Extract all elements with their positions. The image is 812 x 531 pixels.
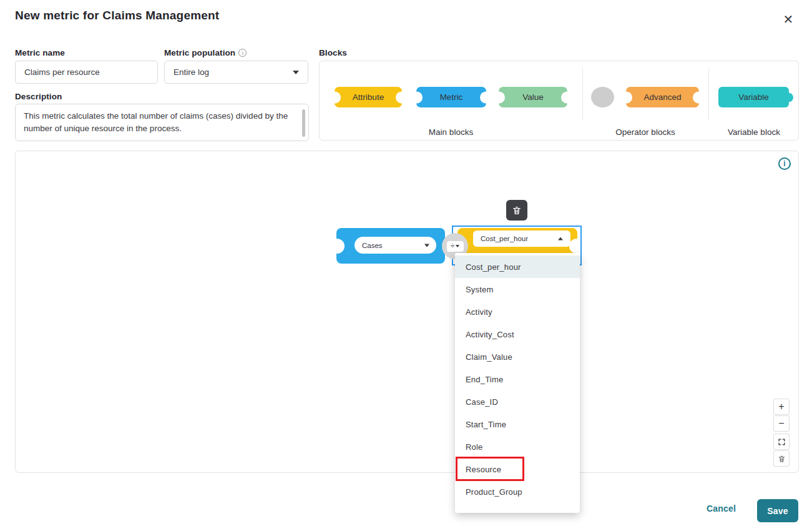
zoom-in-icon: + <box>778 401 784 412</box>
dropdown-option[interactable]: Activity <box>455 300 580 323</box>
metric-population-value: Entire log <box>174 67 209 77</box>
clear-canvas-button[interactable] <box>773 450 790 467</box>
chevron-up-icon <box>558 237 563 241</box>
description-label: Description <box>15 92 62 101</box>
palette-block-variable[interactable]: Variable <box>718 87 789 107</box>
fit-screen-button[interactable] <box>773 434 790 450</box>
dropdown-option[interactable]: End_Time <box>455 368 580 390</box>
cancel-button[interactable]: Cancel <box>707 504 736 514</box>
chevron-down-icon <box>456 245 459 247</box>
palette-caption-main: Main blocks <box>320 127 582 137</box>
dropdown-option[interactable]: Start_Time <box>455 413 580 435</box>
zoom-out-icon: − <box>778 418 784 429</box>
trash-icon <box>778 455 786 463</box>
blocks-label: Blocks <box>319 48 347 57</box>
palette-block-metric[interactable]: Metric <box>416 87 486 107</box>
fit-screen-icon <box>778 438 786 446</box>
info-icon[interactable]: i <box>778 157 791 170</box>
attribute-value-select[interactable]: Cost_per_hour <box>473 231 570 247</box>
metric-name-input[interactable]: Claims per resource <box>15 61 158 84</box>
blocks-palette: Attribute Metric Value Advanced Variable… <box>319 61 799 141</box>
metric-population-label: Metric populationi <box>164 48 247 57</box>
dropdown-option[interactable]: Cost_per_hour <box>455 256 580 278</box>
dropdown-option-resource[interactable]: Resource <box>455 458 580 480</box>
zoom-in-button[interactable]: + <box>773 399 790 415</box>
palette-block-advanced[interactable]: Advanced <box>626 87 699 107</box>
divide-icon: ÷ <box>451 242 455 251</box>
dropdown-option[interactable]: Claim_Value <box>455 345 580 368</box>
metric-builder-canvas[interactable]: i Cases Cost_per_hour ÷ <box>15 151 799 473</box>
metric-value-select[interactable]: Cases <box>355 237 436 254</box>
dropdown-option[interactable]: Role <box>455 435 580 458</box>
palette-caption-variable: Variable block <box>708 127 800 137</box>
new-metric-modal: New metric for Claims Management ✕ Metri… <box>0 0 812 531</box>
delete-block-button[interactable] <box>506 200 527 221</box>
attribute-dropdown-menu: Cost_per_hour System Activity Activity_C… <box>455 253 580 513</box>
palette-divider <box>582 68 583 121</box>
description-textarea[interactable]: This metric calculates the total number … <box>15 104 309 141</box>
operator-select[interactable]: ÷ <box>447 241 464 252</box>
palette-divider <box>708 68 709 121</box>
metric-population-select[interactable]: Entire log <box>164 61 308 84</box>
info-icon[interactable]: i <box>238 49 247 57</box>
dropdown-option[interactable]: Activity_Cost <box>455 323 580 345</box>
dropdown-option[interactable]: Case_ID <box>455 390 580 413</box>
metric-name-value: Claims per resource <box>24 67 100 77</box>
dropdown-option[interactable]: System <box>455 278 580 300</box>
dropdown-option[interactable]: Product_Group <box>455 480 580 503</box>
palette-block-value[interactable]: Value <box>499 87 567 107</box>
zoom-out-button[interactable]: − <box>773 415 790 432</box>
page-title: New metric for Claims Management <box>15 9 219 22</box>
description-value: This metric calculates the total number … <box>24 111 288 133</box>
palette-block-attribute[interactable]: Attribute <box>335 87 402 107</box>
trash-icon <box>512 206 522 216</box>
save-button[interactable]: Save <box>757 499 798 522</box>
chevron-down-icon <box>293 71 299 74</box>
chevron-down-icon <box>424 244 429 247</box>
close-icon[interactable]: ✕ <box>779 10 798 29</box>
scrollbar-thumb[interactable] <box>302 109 305 137</box>
palette-caption-operator: Operator blocks <box>582 127 708 137</box>
metric-name-label: Metric name <box>15 48 65 57</box>
palette-block-operator-placeholder[interactable] <box>591 87 614 107</box>
